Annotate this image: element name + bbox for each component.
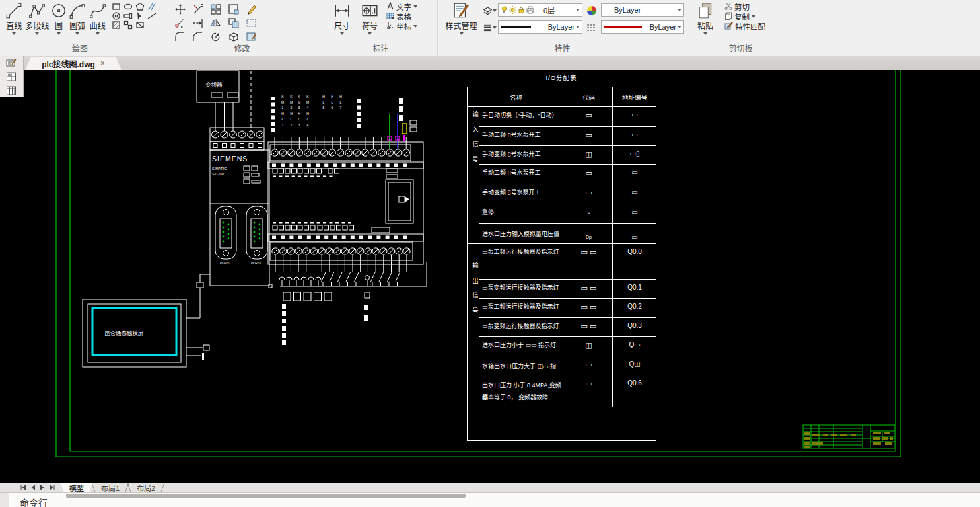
extend-icon[interactable]	[189, 16, 207, 30]
spline-button[interactable]: 曲线	[88, 1, 108, 35]
wipeout-icon[interactable]	[134, 20, 145, 30]
break-icon[interactable]	[171, 16, 189, 30]
edit-pencil-icon[interactable]	[242, 2, 260, 16]
io-cell: ▭泵工频运行接触器及指示灯	[479, 244, 565, 280]
circle-button[interactable]: 圆	[50, 1, 67, 35]
pick-arrow-icon[interactable]	[134, 11, 145, 20]
wire-label: KM3HL3	[298, 95, 300, 127]
style-manager-icon	[452, 2, 471, 19]
close-icon[interactable]: ×	[100, 59, 105, 68]
group-icon[interactable]	[122, 20, 133, 30]
io-cell: ▭▯	[613, 146, 656, 165]
table-label: 表格	[396, 11, 411, 22]
io-header-code: 代码	[565, 87, 613, 107]
text-button[interactable]: 文字	[386, 1, 417, 11]
fillet-icon[interactable]	[171, 30, 189, 44]
ellipse-icon[interactable]	[122, 2, 133, 11]
plc-brand: SIEMENS	[212, 155, 248, 163]
rotate-icon[interactable]	[207, 30, 225, 44]
last-tab-icon[interactable]	[49, 485, 55, 490]
copy-icon	[724, 12, 732, 21]
command-scrollbar[interactable]	[66, 494, 466, 498]
layer-select[interactable]: 0层	[498, 3, 582, 17]
paste-button[interactable]: 粘贴	[691, 1, 719, 35]
run-arrow-icon	[405, 196, 409, 202]
polygon-icon[interactable]	[134, 2, 145, 11]
tab-model[interactable]: 模型	[61, 483, 92, 492]
selection-rect-icon[interactable]	[242, 16, 260, 30]
trim-icon[interactable]	[189, 2, 207, 16]
hatch-icon[interactable]	[110, 20, 122, 30]
layer-value: 0层	[543, 5, 575, 15]
document-tab[interactable]: plc接线图.dwg ×	[25, 57, 122, 70]
port1-label: PORT1	[220, 262, 230, 265]
image-grid-icon[interactable]	[6, 72, 17, 84]
io-cell: Q0.2	[613, 299, 656, 318]
construction-line-icon[interactable]	[146, 11, 157, 20]
overlap-icon[interactable]	[225, 16, 242, 30]
port0-label: PORT0	[251, 262, 261, 265]
coordinate-button[interactable]: 坐标	[386, 21, 417, 31]
io-cell: ▭泵变频运行接触器及指示灯	[479, 280, 565, 299]
color-wheel-button[interactable]	[584, 3, 600, 18]
symbol-button[interactable]: 符号	[356, 1, 384, 35]
table-columns-icon[interactable]	[6, 86, 17, 98]
modify-section-label: 修改	[160, 44, 324, 56]
cut-button[interactable]: 剪切	[724, 1, 765, 11]
io-cell: ▭	[565, 127, 613, 146]
rectangle-icon[interactable]	[110, 2, 122, 11]
drawing-canvas[interactable]: KM1HL1KM2HL2KM3HL3KM4HL4HL5HL6HL7 变频器 SI…	[0, 70, 980, 483]
hatch-lines-icon[interactable]	[146, 2, 157, 11]
tab-layout1[interactable]: 布局1	[92, 483, 128, 492]
linetype-tools-button[interactable]	[584, 20, 600, 35]
copy-button[interactable]: 复制	[724, 11, 765, 21]
plc-series: SIMATIC	[212, 167, 227, 171]
gradient-icon[interactable]	[242, 30, 260, 44]
style-manager-button[interactable]: 样式管理	[442, 1, 481, 35]
next-tab-icon[interactable]	[40, 485, 45, 490]
region-icon[interactable]	[110, 11, 122, 20]
properties-section-label: 特性	[438, 44, 687, 56]
lineweight-select[interactable]: ByLayer	[498, 20, 582, 34]
table-button[interactable]: 表格	[386, 11, 417, 21]
sheet-edit-icon[interactable]	[6, 58, 17, 70]
layer-tools-button[interactable]	[483, 3, 497, 18]
arc-button[interactable]: 圆弧	[67, 1, 87, 35]
color-select[interactable]: ByLayer	[601, 3, 684, 17]
io-cell: Q0.1	[613, 280, 656, 299]
cut-icon	[724, 2, 732, 11]
move-icon[interactable]	[171, 2, 189, 16]
tab-layout2[interactable]: 布局2	[128, 483, 164, 492]
io-cell: ▭泵变频运行接触器及指示灯	[479, 318, 565, 337]
modify-tools	[171, 2, 260, 44]
line-button[interactable]: 直线	[4, 1, 24, 35]
first-tab-icon[interactable]	[20, 485, 26, 490]
match-properties-button[interactable]: 特性匹配	[724, 21, 765, 31]
polyline-button[interactable]: 多段线	[24, 1, 50, 35]
io-cell: ▫	[565, 204, 613, 224]
plc-geometry	[83, 71, 427, 367]
wire-label: HL6	[331, 95, 333, 110]
linetype-select[interactable]: ByLayer	[601, 20, 684, 34]
io-header-address: 地址编号	[613, 87, 656, 107]
io-cell: 急停	[479, 204, 565, 224]
connector-pin	[202, 353, 204, 360]
circle-label: 圆	[55, 20, 63, 31]
micro-text-marks	[271, 97, 407, 345]
wire-label: KM1HL1	[281, 95, 284, 127]
array-icon[interactable]	[207, 2, 225, 16]
lineweight-tools-button[interactable]	[483, 20, 497, 35]
pipe-icon[interactable]	[122, 11, 133, 20]
io-cell: ▭▭	[613, 224, 656, 244]
io-cell: 手动变频 ▯号水泵开工	[479, 146, 565, 165]
command-bar[interactable]: 命令行	[0, 492, 980, 507]
dimension-button[interactable]: 尺寸	[328, 1, 356, 35]
io-table: 名称 代码 地址编号 输入信号 输出信号 手自动切换（▫手动，▫自动）▭▭手动工…	[467, 87, 656, 441]
prev-tab-icon[interactable]	[30, 485, 36, 490]
3d-rotate-icon[interactable]	[225, 30, 242, 44]
spline-icon	[89, 2, 106, 19]
mirror-icon[interactable]	[207, 16, 225, 30]
io-cell: ▭	[613, 184, 656, 204]
rectangular-array-icon[interactable]	[225, 2, 242, 16]
chamfer-icon[interactable]	[189, 30, 207, 44]
